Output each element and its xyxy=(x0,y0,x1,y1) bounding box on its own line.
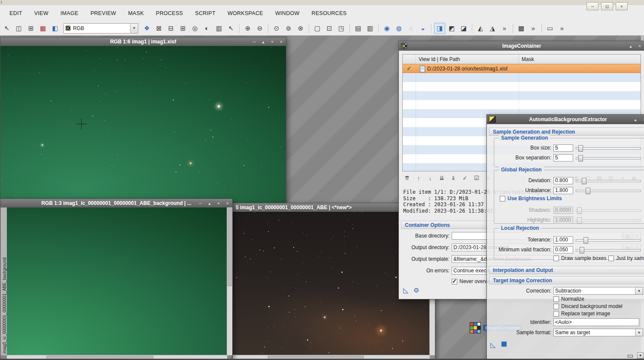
menu-image[interactable]: IMAGE xyxy=(55,10,85,16)
zoom-in-icon[interactable]: ⊕ xyxy=(242,23,253,34)
discard-background-option[interactable]: Discard background model xyxy=(553,303,623,309)
box-size-input[interactable]: 5 xyxy=(553,144,573,152)
deviation-input[interactable]: 0.800 xyxy=(553,177,573,184)
screen-transfer-icon[interactable]: ◪ xyxy=(458,23,469,34)
move-to-top-icon[interactable]: ⇈ xyxy=(402,174,412,182)
process-console-icon[interactable]: ◨ xyxy=(434,23,445,34)
menu-view[interactable]: VIEW xyxy=(28,10,55,16)
section-interpolation-output[interactable]: Interpolation and Output xyxy=(489,266,644,274)
close-button[interactable]: × xyxy=(279,40,284,44)
new-instance-icon[interactable]: ◺ xyxy=(403,286,408,294)
zoom-1-1-icon[interactable]: ⊙ xyxy=(271,23,282,34)
section-target-image-correction[interactable]: Target Image Correction xyxy=(489,276,644,284)
fit-window-icon[interactable]: ⊞ xyxy=(177,23,188,34)
minimize-button[interactable]: ─ xyxy=(586,2,598,10)
chevron-down-icon[interactable]: ▼ xyxy=(635,329,643,336)
box-size-slider[interactable] xyxy=(576,145,641,151)
screen-stretch-icon[interactable]: ◐ xyxy=(201,23,213,34)
shade-button[interactable]: ▴ xyxy=(628,44,633,49)
menu-resources[interactable]: RESOURCES xyxy=(306,10,353,16)
sample-format-select[interactable]: Same as target ▼ xyxy=(553,329,643,336)
preview-select-icon[interactable]: ⊡ xyxy=(324,23,335,34)
image-information-icon[interactable]: ◩ xyxy=(446,23,457,34)
vertical-scrollbar[interactable] xyxy=(227,207,232,355)
image-canvas[interactable] xyxy=(0,46,286,207)
move-up-icon[interactable]: ↑ xyxy=(414,174,423,182)
window-titlebar[interactable]: ImageContainer xyxy=(399,41,644,51)
chevron-down-icon[interactable]: ▼ xyxy=(130,24,138,33)
dynamic-crop-icon[interactable]: ◳ xyxy=(336,23,347,34)
deviation-slider[interactable] xyxy=(576,178,641,183)
discard-background-checkbox[interactable] xyxy=(553,304,559,309)
use-brightness-limits-checkbox[interactable] xyxy=(500,196,505,201)
display-mode-select[interactable]: RGB ▼ xyxy=(64,23,138,34)
shadows-slider[interactable] xyxy=(576,207,641,213)
tolerance-input[interactable]: 1.000 xyxy=(553,236,573,244)
new-image-icon[interactable]: ⊞ xyxy=(25,23,36,34)
unbalance-input[interactable]: 1.800 xyxy=(553,187,573,194)
invert-selection-icon[interactable]: ☑ xyxy=(472,174,481,182)
replace-target-option[interactable]: Replace target image xyxy=(553,311,610,317)
shade-button[interactable]: ▴ xyxy=(207,201,212,206)
channel-split-icon[interactable]: ◧ xyxy=(49,23,61,34)
zoom-fit-view-icon[interactable]: ⊚ xyxy=(283,23,294,34)
window-titlebar[interactable]: RGB 1:3 imag1_ic_00000001_00000001_ABE_b… xyxy=(0,199,232,207)
select-all-icon[interactable]: ✓ xyxy=(460,174,470,182)
stf-icon[interactable]: ◭ xyxy=(475,23,486,34)
use-brightness-limits-option[interactable]: Use Brightness Limits xyxy=(500,195,562,201)
add-files-icon[interactable]: ⇓ xyxy=(449,174,458,182)
zoom-custom-icon[interactable]: ⊛ xyxy=(295,23,306,34)
zoom-button[interactable]: + xyxy=(216,201,221,206)
close-button[interactable]: × xyxy=(225,201,230,206)
highlights-slider[interactable] xyxy=(576,217,641,223)
menu-script[interactable]: SCRIPT xyxy=(189,10,222,16)
explorer-panel-icon[interactable]: ◫ xyxy=(13,23,24,34)
box-separation-input[interactable]: 5 xyxy=(553,154,573,162)
gear-icon[interactable]: ⚙ xyxy=(413,287,419,294)
mask-toggle-icon[interactable]: ◌ xyxy=(405,23,416,34)
menu-process[interactable]: PROCESS xyxy=(150,10,189,16)
pan-mode-icon[interactable]: ❖ xyxy=(141,23,152,34)
close-button[interactable]: × xyxy=(616,2,628,10)
window-titlebar[interactable]: RGB 1:6 imag1 | imag1.xisf xyxy=(0,37,286,46)
menu-workspace[interactable]: WORKSPACE xyxy=(222,10,269,16)
center-view-icon[interactable]: ◎ xyxy=(189,23,200,34)
process-explorer-icon[interactable]: ◉ xyxy=(381,23,392,34)
zoom-to-fit-icon[interactable]: ⊠ xyxy=(153,23,164,34)
overflow-chevron[interactable]: » xyxy=(499,23,510,34)
min-valid-fraction-input[interactable]: 0.050 xyxy=(553,246,573,253)
iconize-button[interactable]: ─ xyxy=(252,40,257,44)
menu-edit[interactable]: EDIT xyxy=(3,10,28,16)
curves-icon[interactable]: ◍ xyxy=(393,23,404,34)
shade-button[interactable]: ▴ xyxy=(633,117,638,122)
enabled-check-icon[interactable]: ✓ xyxy=(407,65,411,72)
chevron-down-icon[interactable]: ▼ xyxy=(635,287,643,294)
statistics-panel-icon[interactable]: ▥ xyxy=(365,23,376,34)
image-canvas[interactable] xyxy=(7,207,232,360)
zoom-out-icon[interactable]: ⊖ xyxy=(254,23,265,34)
select-arrow-icon[interactable]: ↖ xyxy=(225,23,237,34)
cursor-tool-icon[interactable]: ↖ xyxy=(1,23,12,34)
zoom-button[interactable]: + xyxy=(270,40,275,44)
close-button[interactable]: × xyxy=(637,44,642,49)
identifier-input[interactable]: <Auto> xyxy=(553,318,639,326)
move-to-bottom-icon[interactable]: ⇊ xyxy=(437,174,447,182)
new-preview-icon[interactable]: ▢ xyxy=(312,23,323,34)
replace-target-checkbox[interactable] xyxy=(553,311,559,317)
shade-button[interactable]: ▴ xyxy=(261,40,266,44)
window-titlebar[interactable]: AutomaticBackgroundExtractor xyxy=(487,115,644,124)
histogram-panel-icon[interactable]: ▤ xyxy=(352,23,364,34)
draw-sample-boxes-checkbox[interactable] xyxy=(553,256,559,261)
correction-select[interactable]: Subtraction ▼ xyxy=(553,287,643,295)
shadows-input[interactable]: 0.0000 xyxy=(553,207,573,214)
overflow-chevron[interactable]: » xyxy=(556,23,568,34)
overflow-chevron[interactable]: » xyxy=(528,23,539,34)
scroll-down-button[interactable]: ▼ xyxy=(637,352,644,359)
menu-mask[interactable]: MASK xyxy=(122,10,150,16)
menu-window[interactable]: WINDOW xyxy=(269,10,306,16)
close-button[interactable]: × xyxy=(642,117,644,122)
normalize-option[interactable]: Normalize xyxy=(553,296,584,302)
unbalance-slider[interactable] xyxy=(576,188,641,193)
color-management-icon[interactable]: ◮ xyxy=(487,23,498,34)
new-instance-icon[interactable]: ◺ xyxy=(490,341,495,349)
